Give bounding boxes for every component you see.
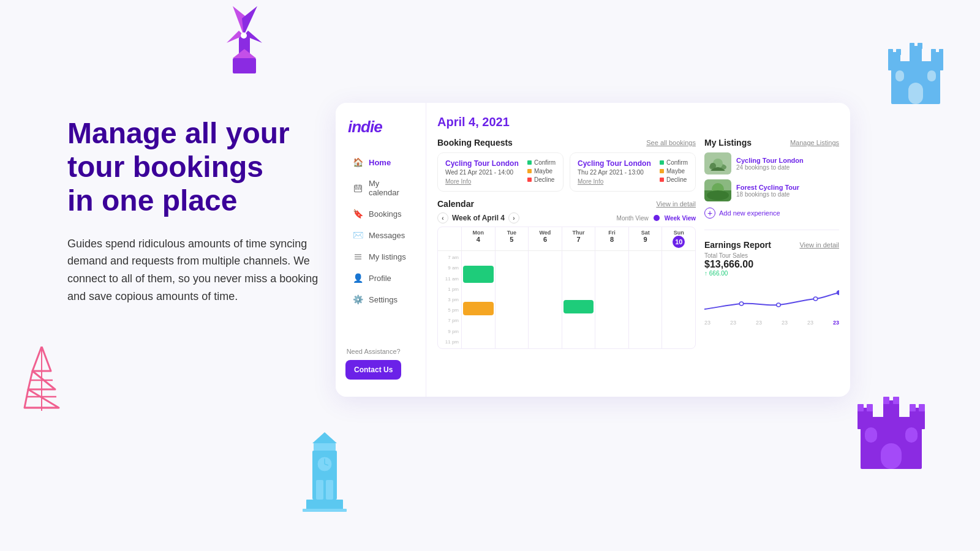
booking-info-2: Cycling Tour London Thu 22 Apr 2021 - 13…: [578, 159, 654, 185]
svg-rect-16: [931, 49, 936, 55]
cal-day-thu: Thur7: [562, 227, 595, 250]
svg-rect-43: [312, 451, 337, 500]
booking-requests-list: Cycling Tour London Wed 21 Apr 2021 - 14…: [437, 152, 696, 192]
calendar-header: Calendar View in detail: [437, 199, 696, 209]
svg-rect-35: [893, 397, 899, 404]
earnings-amount: $13,666.00: [704, 259, 839, 270]
action-decline-1[interactable]: Decline: [527, 176, 556, 183]
listing-bookings-2: 18 bookings to date: [736, 191, 799, 198]
see-all-bookings-link[interactable]: See all bookings: [646, 139, 696, 146]
profile-icon: 👤: [353, 273, 363, 283]
sidebar-item-calendar[interactable]: My calendar: [341, 173, 421, 203]
listings-icon: [353, 252, 363, 261]
cal-day-fri: Fri8: [595, 227, 628, 250]
time-labels: 7 am 9 am 11 am 1 pm 3 pm 5 pm 7 pm 9 pm…: [438, 251, 461, 348]
svg-marker-22: [28, 371, 55, 389]
sidebar-item-messages[interactable]: ✉️ Messages: [341, 225, 421, 246]
sidebar-label-messages: Messages: [369, 231, 405, 240]
listings-title: My Listings: [704, 138, 752, 148]
windmill-decoration: [214, 0, 276, 76]
total-tour-sales-label: Total Tour Sales: [704, 252, 839, 259]
svg-rect-57: [360, 188, 361, 189]
action-confirm-1[interactable]: Confirm: [527, 159, 556, 166]
view-toggle-dot[interactable]: [654, 215, 660, 221]
svg-point-70: [777, 303, 781, 307]
earnings-view-detail[interactable]: View in detail: [799, 241, 839, 249]
event-mon-2: [463, 302, 494, 315]
svg-marker-4: [244, 31, 262, 43]
svg-rect-14: [910, 43, 914, 49]
svg-rect-31: [910, 408, 925, 429]
prev-week-button[interactable]: ‹: [437, 212, 448, 223]
cal-col-thu: [562, 251, 595, 348]
svg-marker-2: [242, 6, 257, 36]
svg-rect-37: [919, 404, 925, 411]
action-decline-2[interactable]: Decline: [660, 176, 688, 183]
calendar-view-toggle: Month View Week View: [617, 215, 696, 222]
hero-section: Manage all your tour bookings in one pla…: [67, 116, 331, 305]
sidebar-label-home: Home: [369, 158, 391, 167]
svg-rect-28: [861, 417, 922, 469]
need-assistance-text: Need Assistance?: [345, 348, 401, 355]
svg-rect-18: [908, 83, 923, 104]
sidebar-item-settings[interactable]: ⚙️ Settings: [341, 289, 421, 310]
action-maybe-2[interactable]: Maybe: [660, 168, 688, 174]
sidebar-item-home[interactable]: 🏠 Home: [341, 152, 421, 173]
booking-more-2[interactable]: More Info: [578, 178, 654, 185]
booking-requests-section: Booking Requests See all bookings Cyclin…: [437, 138, 696, 192]
svg-rect-10: [910, 46, 922, 70]
divider: [704, 230, 839, 230]
cal-day-sat: Sat9: [628, 227, 662, 250]
calendar-columns: [461, 251, 695, 348]
calendar-section: Calendar View in detail ‹ Week of April …: [437, 199, 696, 389]
listing-thumb-1: [704, 152, 731, 174]
dashboard-card: indie 🏠 Home My calendar 🔖 Bookings ✉️ M…: [336, 103, 850, 397]
eiffel-tower-decoration: [23, 347, 60, 416]
action-confirm-2[interactable]: Confirm: [660, 159, 688, 166]
app-logo: indie: [336, 118, 394, 151]
sidebar-bottom: Need Assistance? Contact Us: [336, 340, 411, 387]
earnings-change: ↑ 666.00: [704, 270, 839, 277]
svg-marker-23: [24, 389, 59, 408]
cal-col-tue: [495, 251, 529, 348]
add-experience-button[interactable]: + Add new experience: [704, 206, 839, 220]
cal-col-wed: [528, 251, 562, 348]
svg-marker-3: [227, 31, 244, 43]
svg-marker-41: [312, 432, 337, 443]
booking-date-1: Wed 21 Apr 2021 - 14:00: [445, 169, 521, 176]
chart-x-5: 23: [807, 320, 813, 326]
svg-rect-48: [303, 509, 347, 512]
listing-item-2: Forest Cycling Tour 18 bookings to date: [704, 179, 839, 201]
sidebar-item-listings[interactable]: My listings: [341, 246, 421, 267]
calendar-week-nav: ‹ Week of April 4 ›: [437, 212, 519, 223]
sidebar-label-profile: Profile: [369, 274, 391, 283]
svg-rect-6: [233, 58, 256, 73]
svg-marker-1: [233, 6, 248, 36]
booking-requests-title: Booking Requests: [437, 138, 513, 148]
calendar-view-detail[interactable]: View in detail: [656, 200, 696, 208]
chart-x-4: 23: [782, 320, 788, 326]
svg-rect-12: [888, 49, 893, 55]
svg-rect-56: [357, 188, 359, 189]
sidebar-item-profile[interactable]: 👤 Profile: [341, 268, 421, 288]
month-view-label[interactable]: Month View: [617, 215, 649, 222]
week-view-label[interactable]: Week View: [665, 215, 696, 222]
cal-col-mon: [461, 251, 495, 348]
contact-us-button[interactable]: Contact Us: [345, 360, 401, 380]
booking-more-1[interactable]: More Info: [445, 178, 521, 185]
calendar-grid: Mon4 Tue5 Wed6 Thur7 Fri8 Sat9 Sun10 7 a…: [437, 227, 696, 349]
booking-card-2: Cycling Tour London Thu 22 Apr 2021 - 13…: [570, 152, 696, 192]
settings-icon: ⚙️: [353, 294, 363, 304]
booking-actions-2: Confirm Maybe Decline: [660, 159, 688, 183]
listing-name-2: Forest Cycling Tour: [736, 184, 799, 191]
chart-x-1: 23: [704, 320, 710, 326]
sidebar-item-bookings[interactable]: 🔖 Bookings: [341, 203, 421, 224]
svg-rect-20: [927, 70, 936, 81]
next-week-button[interactable]: ›: [508, 212, 519, 223]
dashboard-sidebar: indie 🏠 Home My calendar 🔖 Bookings ✉️ M…: [336, 103, 426, 397]
svg-marker-21: [32, 347, 51, 371]
booking-requests-header: Booking Requests See all bookings: [437, 138, 696, 148]
manage-listings-link[interactable]: Manage Listings: [790, 139, 839, 146]
listing-info-1: Cycling Tour London 24 bookings to date: [736, 157, 804, 171]
action-maybe-1[interactable]: Maybe: [527, 168, 556, 174]
